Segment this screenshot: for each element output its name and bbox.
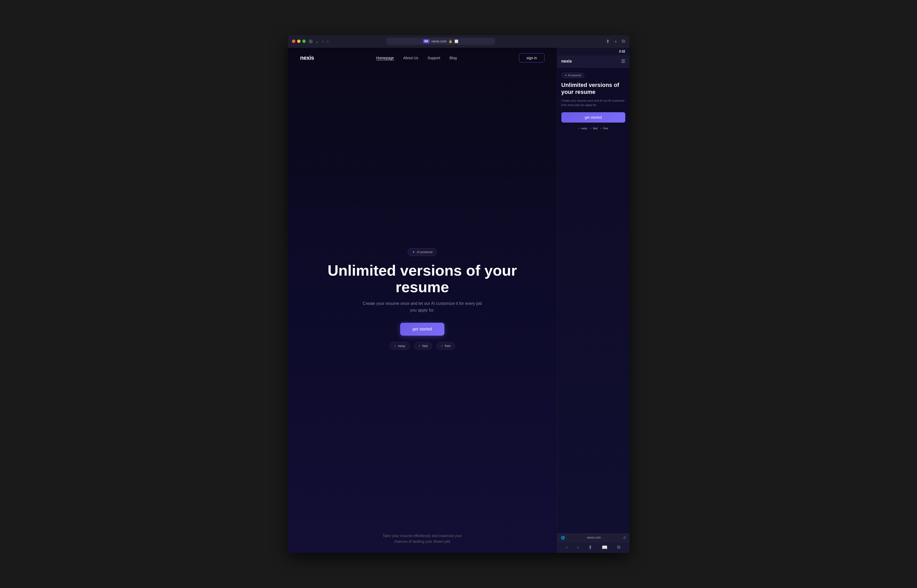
feature-badge-free: ✓ free bbox=[436, 342, 455, 350]
feature-badge-easy: ✓ easy bbox=[389, 342, 410, 350]
check-icon: ✓ bbox=[441, 344, 443, 348]
nav-links: Homepage About Us Support Blog bbox=[376, 56, 457, 60]
address-bar[interactable]: NX nexis.com 🔒 ⬜ bbox=[386, 38, 495, 45]
mobile-feature-fast: ✓ fast bbox=[590, 127, 598, 130]
mobile-easy-label: easy bbox=[581, 127, 587, 130]
site-logo[interactable]: nexis bbox=[300, 55, 314, 61]
mobile-hero-subtitle: Create your resume once and let our AI c… bbox=[561, 99, 625, 107]
forward-icon[interactable]: › bbox=[326, 39, 329, 44]
ai-badge: ✦ AI powered bbox=[408, 248, 437, 256]
nav-link-homepage[interactable]: Homepage bbox=[376, 56, 394, 60]
mobile-url-text: nexis.com bbox=[567, 536, 621, 540]
mobile-forward-icon[interactable]: › bbox=[577, 544, 579, 550]
close-button[interactable] bbox=[292, 40, 295, 43]
tabs-icon[interactable]: ⧉ bbox=[622, 39, 625, 44]
sign-in-button[interactable]: sign in bbox=[519, 53, 544, 63]
mobile-free-label: free bbox=[603, 127, 608, 130]
mobile-ai-badge: ✦ AI powered bbox=[561, 73, 585, 78]
refresh-icon[interactable]: ↺ bbox=[623, 536, 626, 540]
mobile-ai-icon: ✦ bbox=[565, 74, 567, 77]
website-view: nexis Homepage About Us Support Blog sig… bbox=[288, 48, 557, 552]
mobile-navbar: nexis ☰ bbox=[557, 55, 629, 68]
check-icon: ✓ bbox=[394, 344, 397, 348]
url-text: nexis.com bbox=[431, 39, 447, 43]
mobile-preview-panel: 3:32 nexis ☰ ✦ AI powered Unlimited vers… bbox=[557, 48, 629, 552]
mobile-tabs-icon[interactable]: ⧉ bbox=[617, 544, 621, 550]
mobile-back-icon[interactable]: ‹ bbox=[566, 544, 568, 550]
bottom-text-line2: chances of landing your dream job! bbox=[394, 540, 450, 544]
mobile-time: 3:32 bbox=[619, 50, 625, 53]
check-icon: ✓ bbox=[418, 344, 421, 348]
sidebar-toggle-icon[interactable]: ⊞ bbox=[309, 39, 313, 44]
traffic-lights bbox=[292, 40, 306, 43]
maximize-button[interactable] bbox=[302, 40, 306, 43]
mobile-bottom-bar: ‹ › ⬆ 📖 ⧉ bbox=[557, 542, 629, 553]
hero-subtitle: Create your resume once and let our AI c… bbox=[360, 300, 484, 313]
mobile-check-icon: ✓ bbox=[578, 127, 580, 130]
browser-chrome: ⊞ ⌄ ‹ › NX nexis.com 🔒 ⬜ ⬆ ＋ ⧉ bbox=[288, 35, 629, 48]
hero-title: Unlimited versions of your resume bbox=[321, 262, 523, 295]
feature-easy-label: easy bbox=[398, 344, 405, 348]
feature-free-label: free bbox=[445, 344, 450, 348]
navbar: nexis Homepage About Us Support Blog sig… bbox=[288, 48, 557, 68]
mobile-share-icon[interactable]: ⬆ bbox=[588, 544, 592, 550]
globe-icon: 🌐 bbox=[561, 536, 565, 540]
chevron-down-icon[interactable]: ⌄ bbox=[314, 39, 320, 44]
nav-link-about[interactable]: About Us bbox=[403, 56, 418, 60]
ai-badge-label: AI powered bbox=[417, 250, 433, 254]
mobile-check-icon: ✓ bbox=[590, 127, 592, 130]
new-tab-icon[interactable]: ＋ bbox=[613, 38, 618, 44]
mobile-hero-title: Unlimited versions of your resume bbox=[561, 82, 625, 95]
share-icon[interactable]: ⬆ bbox=[606, 39, 610, 44]
browser-controls: ⊞ ⌄ ‹ › bbox=[309, 39, 330, 44]
get-started-button[interactable]: get started bbox=[400, 323, 445, 336]
feature-badges: ✓ easy ✓ fast ✓ free bbox=[389, 342, 455, 350]
browser-window: ⊞ ⌄ ‹ › NX nexis.com 🔒 ⬜ ⬆ ＋ ⧉ nexis Hom… bbox=[288, 35, 629, 552]
mobile-address-bar[interactable]: 🌐 nexis.com ↺ bbox=[557, 533, 629, 542]
back-icon[interactable]: ‹ bbox=[321, 39, 324, 44]
content-area: nexis Homepage About Us Support Blog sig… bbox=[288, 48, 629, 552]
bottom-tagline: Tailor your resume effortlessly and maxi… bbox=[288, 525, 557, 553]
browser-actions: ⬆ ＋ ⧉ bbox=[606, 38, 625, 44]
mobile-hero-section: ✦ AI powered Unlimited versions of your … bbox=[557, 68, 629, 533]
favicon: NX bbox=[423, 39, 429, 43]
ai-icon: ✦ bbox=[412, 250, 415, 254]
mobile-feature-easy: ✓ easy bbox=[578, 127, 587, 130]
mobile-feature-free: ✓ free bbox=[600, 127, 608, 130]
hero-section: ✦ AI powered Unlimited versions of your … bbox=[288, 68, 557, 524]
feature-fast-label: fast bbox=[423, 344, 428, 348]
nav-link-support[interactable]: Support bbox=[428, 56, 440, 60]
hamburger-icon[interactable]: ☰ bbox=[621, 58, 625, 64]
mobile-bookmarks-icon[interactable]: 📖 bbox=[602, 544, 608, 550]
mobile-logo[interactable]: nexis bbox=[561, 59, 572, 64]
minimize-button[interactable] bbox=[297, 40, 300, 43]
feature-badge-fast: ✓ fast bbox=[414, 342, 432, 350]
nav-link-blog[interactable]: Blog bbox=[450, 56, 457, 60]
mobile-ai-badge-label: AI powered bbox=[568, 74, 581, 77]
lock-icon: 🔒 bbox=[449, 40, 452, 43]
mobile-status-bar: 3:32 bbox=[557, 48, 629, 55]
mobile-feature-badges: ✓ easy ✓ fast ✓ free bbox=[561, 127, 625, 130]
display-icon: ⬜ bbox=[455, 40, 458, 43]
bottom-text-line1: Tailor your resume effortlessly and maxi… bbox=[382, 534, 462, 538]
mobile-get-started-button[interactable]: get started bbox=[561, 112, 625, 123]
mobile-check-icon: ✓ bbox=[600, 127, 602, 130]
mobile-fast-label: fast bbox=[593, 127, 598, 130]
